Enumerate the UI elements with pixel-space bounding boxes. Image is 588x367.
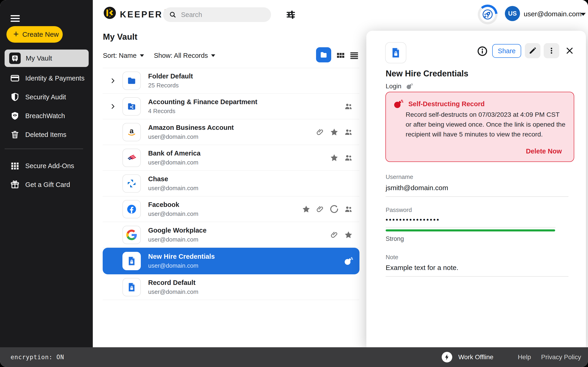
work-offline-lightning-icon[interactable] [442, 352, 452, 362]
password-masked-value[interactable]: •••••••••••••••• [386, 216, 440, 223]
row-subtitle: user@domain.com [148, 159, 200, 166]
shared-folder-icon [122, 97, 141, 116]
sidebar-divider [5, 149, 83, 149]
create-new-button[interactable]: + Create New [6, 26, 63, 43]
table-row-folder-default[interactable]: Folder Default25 Records [103, 68, 359, 94]
vault-record-list: Folder Default25 Records Accounting & Fi… [103, 68, 359, 300]
rocket-icon [482, 9, 493, 20]
expand-chevron-right-icon[interactable] [108, 103, 118, 109]
sidebar-item-breachwatch[interactable]: BreachWatch [0, 108, 93, 124]
password-label: Password [386, 206, 412, 214]
chevron-down-icon [211, 54, 215, 57]
self-destruct-bomb-icon [406, 83, 413, 90]
table-row-facebook[interactable]: Facebookuser@domain.com [103, 196, 359, 222]
row-subtitle: 25 Records [148, 82, 193, 89]
record-type-row: Login [386, 83, 413, 90]
amazon-logo-icon: a [122, 123, 141, 141]
shared-users-icon [344, 102, 353, 111]
close-icon[interactable] [565, 46, 574, 56]
sidebar-item-my-vault[interactable]: My Vault [5, 50, 89, 67]
table-row-google-workplace[interactable]: Google Workplaceuser@domain.com [103, 222, 359, 248]
attachment-icon [316, 128, 325, 136]
share-button[interactable]: Share [492, 44, 521, 58]
search-icon [169, 11, 176, 18]
attachment-icon [330, 231, 339, 239]
row-title: Folder Default [148, 73, 193, 80]
delete-now-link[interactable]: Delete Now [526, 148, 562, 155]
sidebar-item-label: BreachWatch [25, 112, 65, 120]
username-value[interactable]: jsmith@domain.com [386, 184, 448, 192]
privacy-policy-link[interactable]: Privacy Policy [541, 353, 581, 361]
view-toggle-folder-button[interactable] [316, 47, 331, 62]
table-row-bank-of-america[interactable]: Bank of Americauser@domain.com [103, 145, 359, 171]
record-type-label: Login [386, 83, 401, 90]
sidebar-item-security-audit[interactable]: Security Audit [0, 89, 93, 105]
more-options-button[interactable] [544, 43, 559, 58]
search-input[interactable] [181, 11, 263, 19]
keeper-logo-mark [103, 6, 117, 20]
show-label: Show: All Records [154, 52, 208, 59]
sidebar-item-label: Deleted Items [25, 131, 66, 139]
menu-hamburger-icon[interactable] [10, 13, 23, 23]
expand-chevron-right-icon[interactable] [108, 78, 118, 84]
help-link[interactable]: Help [518, 353, 531, 361]
favorite-star-icon [302, 205, 311, 214]
shared-users-icon [344, 205, 353, 214]
show-filter-dropdown[interactable]: Show: All Records [154, 52, 215, 59]
row-subtitle: user@domain.com [148, 262, 215, 269]
breachwatch-eye-shield-icon [10, 111, 20, 121]
pencil-icon [528, 47, 537, 55]
record-history-icon [330, 205, 339, 214]
avatar-initials: US [508, 10, 517, 17]
work-offline-link[interactable]: Work Offline [458, 353, 493, 361]
search-bar[interactable] [163, 7, 271, 22]
info-button[interactable] [477, 46, 488, 57]
alert-title: Self-Destructing Record [408, 100, 485, 108]
favorite-star-icon [330, 127, 339, 137]
sidebar-item-label: Secure Add-Ons [25, 162, 74, 170]
sidebar-item-label: Security Audit [25, 93, 66, 101]
filter-tune-icon[interactable] [285, 9, 296, 20]
account-email[interactable]: user@domain.com [524, 10, 582, 18]
sidebar-item-label: Identity & Payments [25, 75, 85, 82]
table-row-new-hire-credentials[interactable]: New Hire Credentialsuser@domain.com [103, 248, 359, 274]
chase-logo-icon [122, 174, 141, 193]
attachment-icon [316, 205, 325, 214]
vault-safe-icon [9, 52, 21, 64]
row-title: Google Workplace [148, 227, 207, 234]
field-divider [386, 227, 556, 227]
table-row-accounting-finance[interactable]: Accounting & Finance Department4 Records [103, 94, 359, 119]
edit-button[interactable] [525, 43, 540, 58]
shield-half-icon [10, 92, 20, 102]
username-label: Username [386, 173, 413, 181]
view-toggle-grid-button[interactable] [336, 51, 346, 61]
sidebar-item-gift-card[interactable]: Get a Gift Card [0, 177, 93, 193]
svg-text:a: a [130, 127, 134, 135]
sort-dropdown[interactable]: Sort: Name [103, 52, 144, 59]
table-row-amazon[interactable]: a Amazon Business Accountuser@domain.com [103, 119, 359, 145]
alert-body: Record self-destructs on 07/03/2023 at 4… [406, 110, 566, 139]
table-row-record-default[interactable]: Record Defaultuser@domain.com [103, 274, 359, 300]
view-toggle-list-button[interactable] [349, 50, 359, 61]
onboarding-rocket-progress[interactable] [478, 5, 498, 24]
google-logo-icon [122, 226, 141, 244]
avatar[interactable]: US [505, 6, 520, 21]
chevron-down-icon [140, 54, 144, 57]
account-menu-chevron-down-icon[interactable] [581, 13, 586, 16]
self-destruct-alert: Self-Destructing Record Record self-dest… [385, 92, 574, 162]
row-subtitle: user@domain.com [148, 236, 207, 243]
record-title: New Hire Credentials [386, 69, 468, 78]
row-title: Accounting & Finance Department [148, 98, 257, 106]
kebab-menu-icon [547, 47, 556, 55]
note-value[interactable]: Example text for a note. [386, 264, 458, 272]
shared-users-icon [344, 127, 353, 137]
sidebar-item-deleted-items[interactable]: Deleted Items [0, 127, 93, 143]
sidebar-item-identity-payments[interactable]: Identity & Payments [0, 70, 93, 86]
table-row-chase[interactable]: Chaseuser@domain.com [103, 171, 359, 196]
login-record-icon [122, 252, 141, 270]
row-subtitle: user@domain.com [148, 210, 199, 217]
folder-icon [319, 50, 328, 59]
sidebar-item-secure-add-ons[interactable]: Secure Add-Ons [0, 158, 93, 174]
self-destruct-bomb-icon [343, 256, 353, 266]
field-divider [386, 196, 569, 197]
